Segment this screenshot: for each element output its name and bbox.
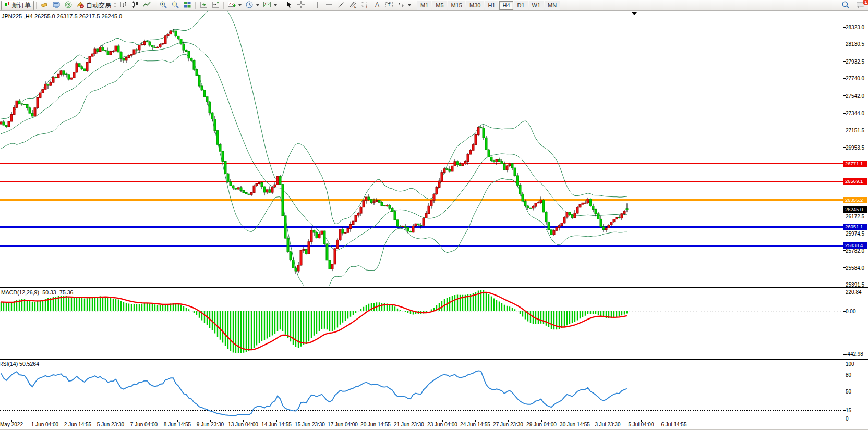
zoom-out-icon — [171, 1, 179, 10]
fibonacci-expansion-icon: F — [361, 1, 369, 10]
chart-bars-button[interactable] — [117, 1, 129, 10]
terminal-icon — [52, 1, 61, 10]
zoom-in-icon — [159, 1, 167, 10]
search-icon — [841, 1, 850, 10]
chart-shift-icon — [211, 1, 220, 10]
periods-dropdown-caret — [256, 4, 259, 6]
arrows-button[interactable] — [395, 1, 413, 10]
toolbar-separator — [155, 2, 155, 9]
timeframe-button-h1[interactable]: H1 — [485, 1, 498, 10]
text-a-icon: A — [373, 1, 381, 10]
timeframe-button-w1[interactable]: W1 — [529, 1, 544, 10]
notifications-button[interactable]: 1 — [854, 1, 866, 10]
chart-shift-button[interactable] — [210, 1, 221, 10]
signals-button[interactable] — [63, 1, 74, 10]
new-order-icon — [4, 2, 10, 9]
metaeditor-button[interactable] — [39, 1, 50, 10]
bar-chart-icon — [119, 1, 127, 10]
tile-windows-button[interactable] — [182, 1, 193, 10]
arrows-dropdown-caret — [408, 4, 411, 6]
toolbar-separator — [309, 2, 309, 9]
autotrading-label: 自动交易 — [86, 1, 111, 10]
chart-shift-marker — [632, 12, 637, 15]
crosshair-icon — [297, 1, 305, 10]
svg-text:A: A — [375, 1, 379, 8]
indicators-icon — [227, 1, 236, 10]
templates-dropdown-caret — [274, 4, 277, 6]
vertical-line-button[interactable] — [311, 1, 323, 10]
text-button[interactable]: A — [371, 1, 383, 10]
chart-window: 新订单 自动交易 — [0, 0, 868, 430]
timeframe-button-m5[interactable]: M5 — [432, 1, 447, 10]
toolbar: 新订单 自动交易 — [0, 0, 868, 11]
notification-badge: 1 — [863, 0, 868, 5]
toolbar-separator — [195, 2, 196, 9]
timeframe-button-h4[interactable]: H4 — [499, 1, 513, 10]
arrows-icon — [397, 1, 405, 10]
cursor-icon — [285, 1, 293, 10]
search-button[interactable] — [840, 1, 851, 10]
line-chart-icon — [143, 1, 151, 10]
toolbar-grip — [114, 2, 116, 9]
indicators-button[interactable] — [226, 1, 243, 10]
vertical-line-icon — [313, 1, 321, 10]
gold-bar-icon — [40, 1, 49, 10]
crosshair-button[interactable] — [295, 1, 307, 10]
chart-canvas[interactable] — [0, 0, 868, 430]
terminal-button[interactable] — [51, 1, 62, 10]
fibonacci-expansion-button[interactable]: F — [359, 1, 371, 10]
cursor-button[interactable] — [283, 1, 295, 10]
fibonacci-button[interactable]: E — [347, 1, 359, 10]
text-label-icon: T — [385, 1, 393, 10]
timeframe-button-mn[interactable]: MN — [545, 1, 560, 10]
timeframe-button-m30[interactable]: M30 — [466, 1, 484, 10]
indicators-dropdown-caret — [238, 4, 242, 6]
trendline-icon — [337, 1, 345, 10]
zoom-out-button[interactable] — [170, 1, 181, 10]
trendline-button[interactable] — [335, 1, 347, 10]
periods-button[interactable] — [244, 1, 261, 10]
autotrading-button[interactable]: 自动交易 — [75, 1, 113, 10]
chart-candles-button[interactable] — [129, 1, 141, 10]
fibonacci-icon: E — [349, 1, 357, 10]
horizontal-line-icon — [325, 1, 333, 10]
zoom-in-button[interactable] — [158, 1, 169, 10]
clock-icon — [245, 1, 254, 10]
auto-scroll-button[interactable] — [198, 1, 209, 10]
auto-scroll-icon — [199, 1, 208, 10]
toolbar-separator — [415, 2, 415, 9]
timeframe-button-m15[interactable]: M15 — [448, 1, 465, 10]
timeframe-button-d1[interactable]: D1 — [514, 1, 528, 10]
timeframe-button-m1[interactable]: M1 — [417, 1, 431, 10]
autotrading-icon — [76, 1, 85, 10]
templates-button[interactable] — [261, 1, 279, 10]
candlestick-chart-icon — [131, 1, 139, 10]
svg-text:F: F — [366, 5, 368, 8]
tile-windows-icon — [183, 1, 191, 10]
horizontal-line-button[interactable] — [323, 1, 335, 10]
signal-icon — [64, 1, 73, 10]
template-icon — [263, 1, 271, 10]
new-order-label: 新订单 — [12, 1, 31, 10]
timeframe-group: M1M5M15M30H1H4D1W1MN — [417, 1, 560, 10]
chart-line-button[interactable] — [141, 1, 153, 10]
text-label-button[interactable]: T — [383, 1, 395, 10]
toolbar-separator — [281, 2, 281, 9]
new-order-button[interactable]: 新订单 — [1, 1, 34, 10]
svg-text:E: E — [354, 5, 356, 8]
svg-text:T: T — [388, 2, 391, 7]
toolbar-separator — [223, 2, 224, 9]
toolbar-separator — [36, 2, 37, 9]
